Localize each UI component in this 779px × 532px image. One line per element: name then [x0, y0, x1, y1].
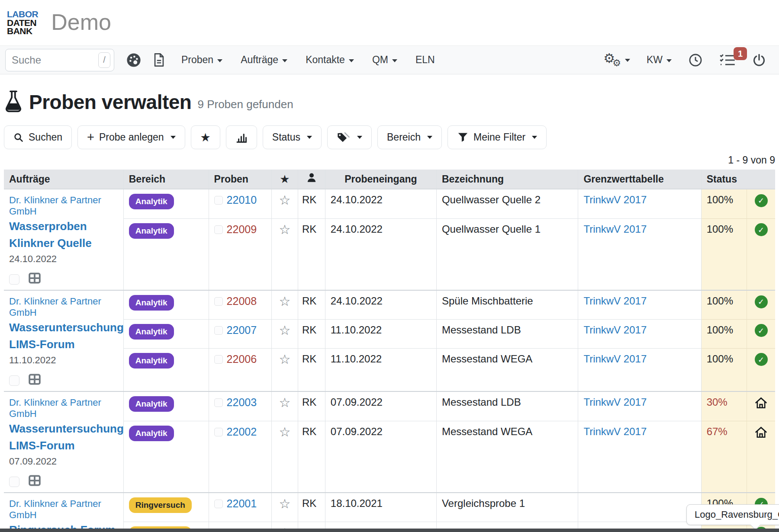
limit-table-link[interactable]: TrinkwV 2017	[583, 324, 647, 336]
logout-power-icon[interactable]	[752, 53, 766, 67]
area-badge[interactable]: Analytik	[129, 324, 174, 340]
top-header: LABOR DATEN BANK Demo	[0, 0, 779, 45]
favorite-star-icon[interactable]: ☆	[279, 424, 290, 439]
favorite-star-icon[interactable]: ☆	[279, 496, 290, 511]
limit-table-link[interactable]: TrinkwV 2017	[583, 295, 647, 307]
order-checkbox[interactable]	[9, 375, 19, 386]
funnel-icon	[457, 131, 469, 143]
order-title-link[interactable]: Wasseruntersuchung	[9, 422, 119, 436]
create-sample-button[interactable]: + Probe anlegen	[77, 125, 185, 149]
order-checkbox[interactable]	[9, 274, 19, 285]
sample-id-link[interactable]: 22003	[227, 396, 257, 408]
area-badge[interactable]: Analytik	[129, 194, 174, 209]
labordatenbank-logo[interactable]: LABOR DATEN BANK	[7, 10, 38, 36]
limit-table-link[interactable]: TrinkwV 2017	[583, 223, 647, 235]
sample-id-link[interactable]: 22002	[227, 426, 257, 438]
favorite-star-icon[interactable]: ☆	[279, 222, 290, 237]
col-header-status: Status	[701, 170, 775, 189]
menu-kontakte[interactable]: Kontakte	[306, 54, 354, 66]
menu-qm[interactable]: QM	[372, 54, 397, 66]
area-badge[interactable]: Ringversuch	[129, 497, 192, 513]
sample-id-link[interactable]: 22001	[227, 497, 257, 510]
limit-table-link[interactable]: TrinkwV 2017	[583, 194, 647, 205]
sample-checkbox[interactable]	[214, 500, 223, 508]
document-icon[interactable]	[153, 53, 165, 67]
user-menu[interactable]: KW	[647, 54, 672, 66]
order-title-link[interactable]: Wasserproben	[9, 220, 119, 233]
search-button[interactable]: Suchen	[4, 125, 72, 149]
menu-eln[interactable]: ELN	[415, 54, 435, 66]
order-title-link[interactable]: Wasseruntersuchung	[9, 321, 119, 334]
area-badge[interactable]: Analytik	[129, 223, 174, 239]
order-title-link[interactable]: LIMS-Forum	[9, 338, 119, 351]
sample-id-link[interactable]: 22010	[227, 194, 257, 206]
area-cell: Ringversuch	[123, 493, 209, 522]
limit-table-link[interactable]: TrinkwV 2017	[583, 353, 647, 365]
area-badge[interactable]: Analytik	[129, 295, 174, 311]
settings-menu[interactable]: ⚙⚙	[603, 52, 630, 68]
sample-checkbox[interactable]	[214, 428, 223, 436]
order-company-link[interactable]: Dr. Klinkner & Partner GmbH	[9, 397, 119, 420]
logo-line: BANK	[7, 27, 38, 35]
chart-button[interactable]	[226, 125, 257, 149]
order-date: 24.10.2022	[9, 253, 119, 265]
favorite-star-icon[interactable]: ☆	[279, 395, 290, 410]
sample-checkbox[interactable]	[214, 297, 223, 306]
status-percent: 30%	[701, 391, 747, 421]
sample-checkbox[interactable]	[214, 225, 223, 234]
area-badge[interactable]: Analytik	[129, 426, 174, 441]
bereich-filter-button[interactable]: Bereich	[377, 125, 442, 149]
favorite-star-icon[interactable]: ☆	[279, 294, 290, 309]
sample-id-link[interactable]: 22009	[227, 223, 257, 235]
order-company-link[interactable]: Dr. Klinkner & Partner GmbH	[9, 195, 119, 217]
order-table-icon[interactable]	[28, 272, 41, 287]
area-badge[interactable]: Analytik	[129, 396, 174, 412]
sample-name: Messestand WEGA	[436, 348, 578, 391]
sample-checkbox[interactable]	[214, 355, 223, 364]
menu-auftraege[interactable]: Aufträge	[241, 54, 287, 66]
star-icon: ★	[200, 131, 211, 143]
order-company-link[interactable]: Dr. Klinkner & Partner GmbH	[9, 296, 119, 318]
area-cell: Analytik	[123, 391, 209, 421]
page-title: Proben verwalten	[29, 90, 191, 114]
my-filters-button[interactable]: Meine Filter	[447, 125, 547, 149]
sample-checkbox[interactable]	[214, 196, 223, 205]
status-percent: 100%	[701, 319, 747, 348]
order-table-icon[interactable]	[28, 474, 41, 490]
received-date: 07.09.2022	[325, 421, 436, 493]
received-date: 24.10.2022	[325, 218, 436, 290]
tags-filter-button[interactable]	[327, 125, 372, 149]
status-home-icon	[754, 429, 768, 441]
favorite-star-icon[interactable]: ☆	[279, 192, 290, 208]
status-filter-button[interactable]: Status	[263, 125, 322, 149]
menu-proben[interactable]: Proben	[181, 54, 222, 66]
limit-table-link[interactable]: TrinkwV 2017	[583, 426, 647, 437]
tasks-checklist-icon[interactable]: 1	[719, 53, 736, 67]
plus-icon: +	[87, 131, 94, 144]
main-menu: Proben Aufträge Kontakte QM ELN	[181, 54, 435, 66]
sample-checkbox[interactable]	[214, 326, 223, 335]
person-column-icon	[306, 174, 317, 186]
order-cell: Dr. Klinkner & Partner GmbH Ringversuch …	[4, 493, 123, 532]
area-cell: Analytik	[123, 319, 209, 348]
sample-id-link[interactable]: 22006	[227, 353, 257, 365]
sample-checkbox[interactable]	[214, 398, 223, 407]
sample-id-link[interactable]: 22007	[227, 324, 257, 336]
history-clock-icon[interactable]	[688, 53, 703, 67]
palette-icon[interactable]	[126, 53, 141, 67]
navbar-right-tools: ⚙⚙ KW 1	[603, 52, 766, 68]
order-checkbox[interactable]	[9, 477, 19, 487]
order-title-link[interactable]: Klinkner Quelle	[9, 237, 119, 250]
favorite-star-icon[interactable]: ☆	[279, 352, 290, 367]
limit-table-link[interactable]: TrinkwV 2017	[583, 396, 647, 408]
order-table-icon[interactable]	[28, 373, 41, 388]
chevron-down-icon	[532, 136, 537, 139]
order-company-link[interactable]: Dr. Klinkner & Partner GmbH	[9, 498, 119, 521]
favorites-button[interactable]: ★	[191, 125, 220, 149]
order-cell: Dr. Klinkner & Partner GmbH Wasserunters…	[4, 290, 123, 391]
table-header-row: Aufträge Bereich Proben ★ Probeneingang …	[4, 170, 775, 189]
area-badge[interactable]: Analytik	[129, 353, 174, 369]
order-title-link[interactable]: LIMS-Forum	[9, 439, 119, 452]
sample-id-link[interactable]: 22008	[227, 295, 257, 307]
favorite-star-icon[interactable]: ☆	[279, 323, 290, 338]
